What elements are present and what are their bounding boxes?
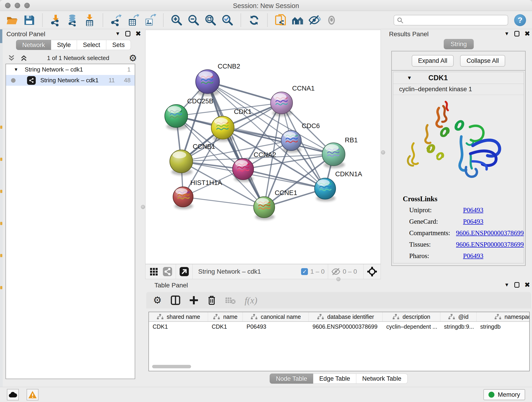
navigator-crosshair-icon[interactable]: [367, 266, 377, 277]
grid-view-icon[interactable]: [149, 267, 158, 276]
node-table[interactable]: shared namenamecanonical namedatabase id…: [148, 312, 530, 371]
import-table-file-icon[interactable]: [83, 13, 96, 27]
crosslink-link[interactable]: 9606.ENSP00000378699: [456, 241, 524, 248]
string-view-icon[interactable]: [162, 267, 172, 277]
window-title: Session: New Session: [0, 2, 532, 10]
crosslink-link[interactable]: P06493: [463, 252, 483, 260]
zoom-in-icon[interactable]: [170, 13, 183, 27]
zoom-fit-icon[interactable]: [204, 13, 217, 27]
import-network-database-icon[interactable]: [66, 13, 79, 27]
network-collection-row[interactable]: ▼ String Network – cdk1 1: [6, 64, 135, 75]
network-canvas[interactable]: CCNB2CCNA1CDC25BCDK1CDC6RB1CCNB1CCNA2CDK…: [145, 30, 381, 264]
panel-float-icon[interactable]: [514, 282, 519, 288]
bottom-splitter-handle[interactable]: [336, 277, 341, 281]
warnings-button[interactable]: [27, 389, 38, 400]
selected-checkbox-icon[interactable]: ✓: [301, 268, 308, 275]
crosslink-link[interactable]: P06493: [463, 206, 483, 214]
collection-expander-icon[interactable]: ▼: [14, 67, 18, 72]
panel-menu-icon[interactable]: ▼: [504, 31, 509, 37]
create-column-icon[interactable]: [189, 296, 198, 305]
export-table-icon[interactable]: [127, 13, 140, 27]
collapse-all-button[interactable]: Collapse All: [460, 55, 505, 67]
graph-node-ccna1[interactable]: CCNA1: [271, 85, 315, 116]
column-header-database-identifier[interactable]: database identifier: [309, 312, 383, 321]
column-header-description[interactable]: description: [383, 312, 440, 321]
graph-node-hist1h1a[interactable]: HIST1H1A: [173, 179, 222, 209]
column-header-canonical-name[interactable]: canonical name: [243, 312, 309, 321]
crosslink-label: Compartments:: [409, 229, 456, 237]
open-session-icon[interactable]: [6, 13, 19, 27]
protein-expander-icon[interactable]: ▼: [407, 75, 412, 81]
net-toolbar-separator: [363, 264, 364, 279]
search-icon: [397, 17, 404, 24]
cloud-status-button[interactable]: [7, 389, 19, 400]
graph-node-ccnb2[interactable]: CCNB2: [196, 63, 240, 96]
tab-node-table[interactable]: Node Table: [270, 374, 313, 384]
graph-node-rb1[interactable]: RB1: [322, 136, 358, 168]
network-options-gear-icon[interactable]: ⚙: [129, 53, 137, 63]
refresh-icon[interactable]: [247, 13, 261, 27]
column-header-label: database identifier: [327, 313, 374, 320]
graph-edge[interactable]: [183, 197, 264, 207]
function-builder-icon[interactable]: f(x): [245, 295, 258, 306]
column-header-name[interactable]: name: [208, 312, 243, 321]
table-horizontal-scrollbar[interactable]: [152, 365, 191, 368]
graph-node-ccne1[interactable]: CCNE1: [254, 189, 297, 220]
panel-float-icon[interactable]: [125, 31, 130, 36]
export-network-icon[interactable]: [109, 13, 123, 27]
import-network-file-icon[interactable]: [49, 13, 62, 27]
hide-selected-icon[interactable]: [308, 13, 321, 27]
panel-close-icon[interactable]: ✖: [135, 30, 141, 37]
column-header-namespace[interactable]: namespace: [476, 312, 530, 321]
panel-close-icon[interactable]: ✖: [525, 30, 530, 37]
results-panel-title: Results Panel: [389, 31, 429, 38]
tab-string[interactable]: String: [444, 39, 474, 49]
save-session-icon[interactable]: [22, 13, 36, 27]
zoom-out-icon[interactable]: [187, 13, 200, 27]
protein-card-header[interactable]: ▼ CDK1: [393, 72, 524, 84]
crosslink-row: Uniprot:P06493: [409, 206, 524, 214]
tab-style[interactable]: Style: [51, 40, 77, 50]
clone-network-icon[interactable]: [274, 13, 287, 27]
memory-button[interactable]: Memory: [483, 389, 525, 400]
open-in-browser-icon[interactable]: [179, 267, 189, 277]
toolbar-separator: [163, 13, 164, 27]
column-header--id[interactable]: @id: [440, 312, 476, 321]
zoom-selected-icon[interactable]: [221, 13, 234, 27]
show-columns-icon[interactable]: [171, 295, 181, 305]
tab-network-table[interactable]: Network Table: [356, 374, 408, 384]
show-all-faces-icon[interactable]: [291, 13, 304, 27]
expand-all-button[interactable]: Expand All: [412, 55, 454, 67]
tab-sets[interactable]: Sets: [106, 40, 131, 50]
panel-close-icon[interactable]: ✖: [525, 281, 530, 288]
network-row[interactable]: String Network – cdk1 11 48: [6, 75, 135, 86]
search-input[interactable]: [394, 15, 508, 26]
crosslink-link[interactable]: P06493: [463, 218, 483, 225]
show-hidden-icon[interactable]: [325, 13, 338, 27]
collapse-all-icon[interactable]: [8, 55, 15, 61]
graph-edge[interactable]: [208, 82, 264, 207]
graph-node-cdc25b[interactable]: CDC25B: [165, 97, 213, 130]
table-row[interactable]: CDK1CDK1P064939606.ENSP00000378699cyclin…: [149, 322, 529, 332]
help-button[interactable]: ?: [514, 14, 526, 26]
column-header-shared-name[interactable]: shared name: [149, 312, 208, 321]
tab-edge-table[interactable]: Edge Table: [313, 374, 356, 384]
delete-table-icon[interactable]: [225, 296, 236, 305]
crosslink-link[interactable]: 9606.ENSP00000378699: [456, 229, 524, 237]
panel-menu-icon[interactable]: ▼: [504, 282, 509, 288]
tab-network[interactable]: Network: [16, 40, 51, 50]
graph-node-cdkn1a[interactable]: CDKN1A: [315, 170, 362, 201]
panel-menu-icon[interactable]: ▼: [115, 31, 120, 37]
graph-node-ccnb1[interactable]: CCNB1: [170, 143, 215, 175]
right-splitter-handle[interactable]: [381, 150, 385, 154]
export-image-icon[interactable]: [143, 13, 157, 27]
expand-all-icon[interactable]: [20, 55, 27, 61]
table-options-gear-icon[interactable]: ⚙: [153, 295, 162, 305]
tab-select[interactable]: Select: [77, 40, 106, 50]
network-graph[interactable]: CCNB2CCNA1CDC25BCDK1CDC6RB1CCNB1CCNA2CDK…: [146, 30, 380, 264]
main-toolbar: ?: [0, 11, 532, 29]
left-splitter-handle[interactable]: [141, 205, 145, 209]
crosslink-label: GeneCard:: [409, 218, 463, 225]
delete-column-icon[interactable]: [207, 295, 216, 305]
panel-float-icon[interactable]: [514, 31, 519, 36]
